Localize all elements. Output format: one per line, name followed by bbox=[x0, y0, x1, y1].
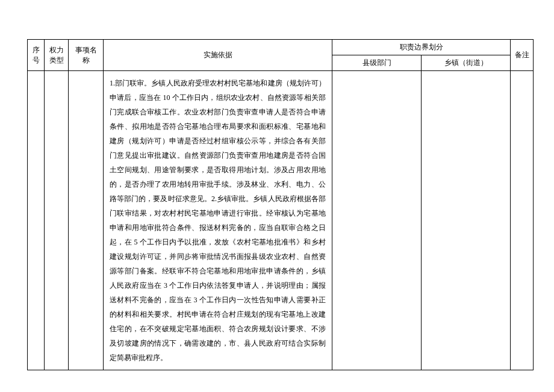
header-town: 乡镇（街道） bbox=[422, 55, 511, 71]
cell-name bbox=[69, 71, 104, 370]
header-county: 县级部门 bbox=[332, 55, 422, 71]
header-boundary: 职责边界划分 bbox=[332, 40, 511, 55]
cell-seq bbox=[28, 71, 45, 370]
cell-county bbox=[332, 71, 422, 370]
header-remark: 备注 bbox=[511, 40, 534, 71]
cell-basis: 1.部门联审。乡镇人民政府受理农村村民宅基地和建房（规划许可）申请后，应当在 1… bbox=[104, 71, 332, 370]
table-row: 1.部门联审。乡镇人民政府受理农村村民宅基地和建房（规划许可）申请后，应当在 1… bbox=[28, 71, 534, 370]
cell-remark bbox=[511, 71, 534, 370]
authority-table: 序号 权力类型 事项名称 实施依据 职责边界划分 备注 县级部门 乡镇（街道） … bbox=[27, 39, 534, 370]
header-seq: 序号 bbox=[28, 40, 45, 71]
header-basis: 实施依据 bbox=[104, 40, 332, 71]
header-name: 事项名称 bbox=[69, 40, 104, 71]
header-type: 权力类型 bbox=[45, 40, 69, 71]
header-row-1: 序号 权力类型 事项名称 实施依据 职责边界划分 备注 bbox=[28, 40, 534, 55]
cell-town bbox=[422, 71, 511, 370]
cell-type bbox=[45, 71, 69, 370]
